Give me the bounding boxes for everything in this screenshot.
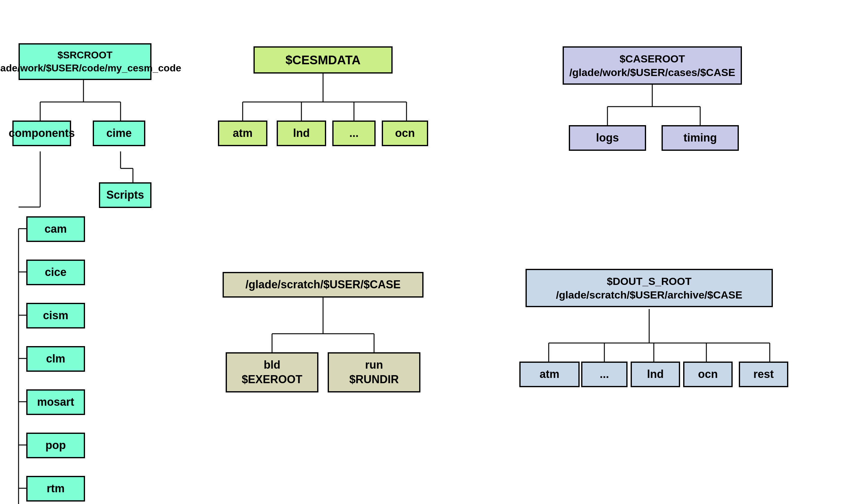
cice-box: cice (26, 259, 85, 285)
atm-box-archive: atm (519, 362, 580, 387)
mosart-box: mosart (26, 389, 85, 415)
cime-box: cime (93, 121, 145, 146)
rest-box-archive: rest (739, 362, 788, 387)
atm-box-inputdata: atm (218, 121, 267, 146)
components-box: components (12, 121, 71, 146)
rtm-box: rtm (26, 476, 85, 502)
caseroot-box: $CASEROOT/glade/work/$USER/cases/$CASE (562, 46, 742, 85)
cism-box: cism (26, 303, 85, 328)
lnd-box-inputdata: lnd (277, 121, 326, 146)
dots-box-archive: ... (581, 362, 628, 387)
dout-s-root-box: $DOUT_S_ROOT/glade/scratch/$USER/archive… (525, 269, 773, 307)
scratch-case-box: /glade/scratch/$USER/$CASE (222, 272, 424, 298)
logs-box: logs (569, 125, 646, 151)
cesmdata-box: $CESMDATA (253, 46, 393, 74)
dots-box-inputdata: ... (332, 121, 376, 146)
cam-box: cam (26, 216, 85, 242)
srcroot-box: $SRCROOT/glade/work/$USER/code/my_cesm_c… (19, 43, 151, 80)
lnd-box-archive: lnd (631, 362, 680, 387)
bld-exeroot-box: bld$EXEROOT (226, 352, 318, 393)
pop-box: pop (26, 433, 85, 458)
timing-box: timing (662, 125, 739, 151)
scripts-box: Scripts (99, 182, 151, 208)
run-rundir-box: run$RUNDIR (328, 352, 420, 393)
ocn-box-archive: ocn (683, 362, 733, 387)
clm-box: clm (26, 346, 85, 372)
ocn-box-inputdata: ocn (382, 121, 428, 146)
